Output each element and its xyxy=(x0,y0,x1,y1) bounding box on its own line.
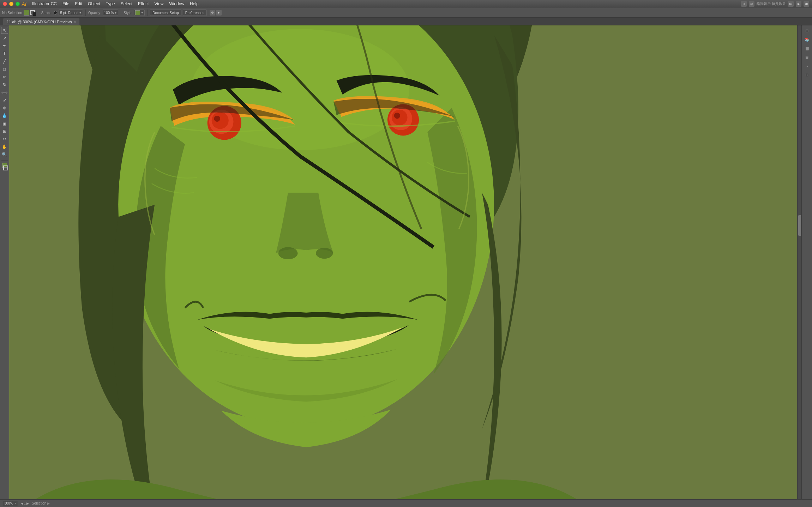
tool-selection[interactable]: ↖ xyxy=(1,27,8,34)
sys-icon-1[interactable]: ⏮ xyxy=(788,1,794,7)
panel-icon-5[interactable]: ↔ xyxy=(803,62,811,70)
title-bar-right: ⊙ ◎ 酷狗音乐 就是歌多 ⏮ ▶ ⏭ xyxy=(741,1,809,7)
toolbar-extra-icons: ⚙ ▼ xyxy=(210,10,222,16)
document-setup-button[interactable]: Document Setup xyxy=(150,10,181,16)
toolbar-icon-2[interactable]: ▼ xyxy=(216,10,222,16)
tool-eyedrop[interactable]: 💧 xyxy=(1,112,8,119)
style-label: Style: xyxy=(124,11,132,15)
zoom-arrow: ▼ xyxy=(14,502,17,505)
opacity-percent: % xyxy=(110,11,114,15)
menu-illustrator[interactable]: Illustrator CC xyxy=(30,1,59,7)
minimize-button[interactable] xyxy=(9,2,13,6)
toolbar: No Selection Stroke: 5 pt. Round ▼ Opaci… xyxy=(0,8,812,18)
svg-point-12 xyxy=(394,113,400,119)
document-tab[interactable]: 11.ai* @ 300% (CMYK/GPU Preview) × xyxy=(3,18,80,25)
tool-type[interactable]: T xyxy=(1,50,8,57)
system-time: 酷狗音乐 就是歌多 xyxy=(757,1,786,6)
tab-bar: 11.ai* @ 300% (CMYK/GPU Preview) × xyxy=(0,18,812,25)
stroke-dropdown[interactable]: 5 pt. Round ▼ xyxy=(59,10,83,16)
preferences-button[interactable]: Preferences xyxy=(183,10,207,16)
menu-file[interactable]: File xyxy=(60,1,72,7)
opacity-dropdown[interactable]: 100 % ▼ xyxy=(103,10,119,16)
title-bar: Ai Illustrator CC File Edit Object Type … xyxy=(0,0,812,8)
maximize-button[interactable] xyxy=(16,2,20,6)
tool-mirror[interactable]: ⟺ xyxy=(1,89,8,96)
stroke-dropdown-arrow: ▼ xyxy=(79,12,82,14)
tool-scale[interactable]: ⤢ xyxy=(1,97,8,104)
separator-2 xyxy=(121,10,121,16)
illustration-svg xyxy=(9,25,797,499)
style-preview xyxy=(135,10,140,15)
separator-1 xyxy=(85,10,86,16)
menu-select[interactable]: Select xyxy=(118,1,135,7)
tool-mesh[interactable]: ⊞ xyxy=(1,128,8,135)
tool-scissors[interactable]: ✂ xyxy=(1,135,8,143)
illustration-container xyxy=(9,25,797,499)
tool-hand[interactable]: ✋ xyxy=(1,143,8,150)
panel-icon-3[interactable]: ▤ xyxy=(803,44,811,52)
panel-icon-1[interactable]: ⊡ xyxy=(803,27,811,35)
title-bar-icon-1[interactable]: ⊙ xyxy=(741,1,747,7)
tool-status: Selection ▶ xyxy=(32,501,50,505)
fill-stroke-group xyxy=(24,10,40,16)
menu-effect[interactable]: Effect xyxy=(136,1,151,7)
menu-edit[interactable]: Edit xyxy=(72,1,85,7)
stroke-circle-indicator xyxy=(54,11,57,14)
menu-bar: Illustrator CC File Edit Object Type Sel… xyxy=(30,1,201,7)
traffic-lights xyxy=(3,2,20,6)
stroke-value: 5 pt. Round xyxy=(60,11,78,15)
panel-icon-2[interactable]: 📚 xyxy=(803,36,811,43)
canvas-area[interactable] xyxy=(9,25,797,499)
close-button[interactable] xyxy=(3,2,7,6)
zoom-dropdown[interactable]: 300% ▼ xyxy=(3,501,18,506)
style-dropdown[interactable]: ▼ xyxy=(134,10,145,16)
status-bar: 300% ▼ ◀ 1 ▶ Selection ▶ xyxy=(0,499,812,507)
opacity-dropdown-arrow: ▼ xyxy=(114,12,117,14)
tab-close-button[interactable]: × xyxy=(74,20,76,24)
opacity-value: 100 xyxy=(104,11,110,15)
toolbar-icon-1[interactable]: ⚙ xyxy=(210,10,215,16)
style-dropdown-arrow: ▼ xyxy=(141,12,143,14)
sys-icon-3[interactable]: ⏭ xyxy=(804,1,809,7)
left-toolbox: ↖ ↗ ✒ T ╱ □ ✏ ↻ ⟺ ⤢ ⊕ 💧 ▣ ⊞ ✂ ✋ 🔍 xyxy=(0,25,9,499)
tool-pen[interactable]: ✒ xyxy=(1,42,8,49)
right-panel: ⊡ 📚 ▤ ⊞ ↔ ⊕ xyxy=(801,25,812,499)
zoom-value: 300% xyxy=(4,501,13,505)
next-arrow[interactable]: ▶ xyxy=(26,502,29,505)
sys-icon-2[interactable]: ▶ xyxy=(796,1,801,7)
menu-type[interactable]: Type xyxy=(103,1,118,7)
panel-icon-4[interactable]: ⊞ xyxy=(803,53,811,61)
nav-arrows: ◀ 1 ▶ xyxy=(21,501,29,505)
fill-swatch[interactable] xyxy=(24,10,29,16)
main-layout: ↖ ↗ ✒ T ╱ □ ✏ ↻ ⟺ ⤢ ⊕ 💧 ▣ ⊞ ✂ ✋ 🔍 xyxy=(0,25,812,499)
menu-help[interactable]: Help xyxy=(187,1,201,7)
scrollbar-thumb[interactable] xyxy=(798,215,801,236)
separator-3 xyxy=(147,10,148,16)
page-number: 1 xyxy=(24,501,26,505)
stroke-label: Stroke: xyxy=(41,11,53,15)
none-swatch xyxy=(32,12,36,16)
menu-window[interactable]: Window xyxy=(167,1,187,7)
panel-icon-6[interactable]: ⊕ xyxy=(803,71,811,79)
app-icon: Ai xyxy=(21,1,27,7)
toolbox-divider xyxy=(1,160,8,161)
svg-point-8 xyxy=(214,116,220,122)
tool-rect[interactable]: □ xyxy=(1,66,8,73)
vertical-scrollbar[interactable] xyxy=(797,25,801,499)
stroke-color-box[interactable] xyxy=(3,165,8,170)
tool-rotate[interactable]: ↻ xyxy=(1,81,8,88)
tool-gradient[interactable]: ▣ xyxy=(1,120,8,127)
no-selection-label: No Selection xyxy=(2,11,22,15)
tool-line[interactable]: ╱ xyxy=(1,58,8,65)
menu-object[interactable]: Object xyxy=(85,1,103,7)
tool-zoom[interactable]: 🔍 xyxy=(1,151,8,158)
svg-point-7 xyxy=(212,112,229,129)
tool-direct-selection[interactable]: ↗ xyxy=(1,35,8,42)
svg-point-14 xyxy=(316,248,333,259)
tool-blend[interactable]: ⊕ xyxy=(1,104,8,111)
menu-view[interactable]: View xyxy=(152,1,166,7)
prev-arrow[interactable]: ◀ xyxy=(21,502,23,505)
tool-brush[interactable]: ✏ xyxy=(1,73,8,80)
tool-arrow[interactable]: ▶ xyxy=(47,502,50,505)
title-bar-icon-2[interactable]: ◎ xyxy=(749,1,754,7)
